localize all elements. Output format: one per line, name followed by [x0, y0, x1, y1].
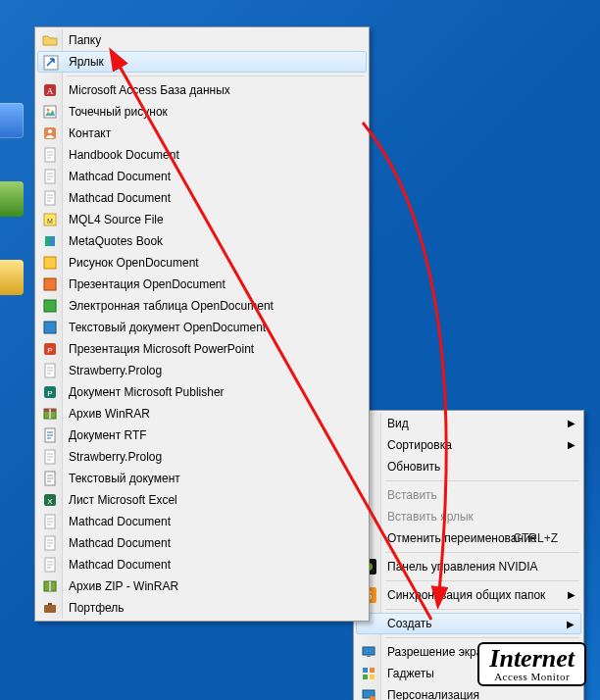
- menu-item-mathcad-document[interactable]: Mathcad Document: [37, 511, 367, 532]
- menu-item-label: Архив ZIP - WinRAR: [69, 579, 178, 593]
- personalize-icon: [361, 687, 376, 700]
- menu-item-презентация-microsoft-powerpoint[interactable]: PПрезентация Microsoft PowerPoint: [37, 338, 367, 360]
- menu-item-отменить-переименование[interactable]: Отменить переименованиеCTRL+Z: [356, 527, 581, 549]
- submenu-arrow-icon: ▶: [568, 584, 575, 606]
- svg-rect-26: [44, 300, 56, 312]
- menu-item-лист-microsoft-excel[interactable]: XЛист Microsoft Excel: [37, 489, 367, 511]
- book-icon: [42, 233, 58, 249]
- xls-icon: X: [42, 492, 58, 508]
- menu-item-label: Strawberry.Prolog: [69, 364, 162, 377]
- menu-item-mathcad-document[interactable]: Mathcad Document: [37, 532, 367, 554]
- menu-item-архив-zip-winrar[interactable]: Архив ZIP - WinRAR: [37, 575, 367, 597]
- menu-item-mathcad-document[interactable]: Mathcad Document: [37, 166, 367, 187]
- menu-separator: [385, 637, 579, 638]
- bitmap-icon: [42, 104, 58, 120]
- svg-rect-6: [363, 668, 368, 673]
- mql4-icon: M: [42, 212, 58, 227]
- menu-item-создать[interactable]: Создать▶: [356, 613, 581, 634]
- menu-item-label: Сортировка: [387, 438, 452, 452]
- svg-text:P: P: [47, 346, 52, 355]
- menu-item-microsoft-access-база-данных[interactable]: AMicrosoft Access База данных: [37, 79, 367, 101]
- menu-item-handbook-document[interactable]: Handbook Document: [37, 144, 367, 166]
- menu-item-label: Архив WinRAR: [69, 407, 150, 421]
- menu-item-label: MetaQuotes Book: [69, 234, 163, 248]
- svg-rect-5: [367, 655, 371, 657]
- menu-item-label: Контакт: [69, 126, 111, 140]
- menu-item-панель-управления-nvidia[interactable]: Панель управления NVIDIA: [356, 556, 581, 577]
- svg-rect-35: [49, 409, 51, 419]
- odg-icon: [42, 255, 58, 271]
- menu-item-shortcut: CTRL+Z: [513, 527, 558, 549]
- menu-item-label: Создать: [387, 617, 432, 630]
- menu-item-обновить[interactable]: Обновить: [356, 456, 581, 477]
- menu-item-label: Mathcad Document: [69, 170, 171, 183]
- rar-icon: [42, 406, 58, 422]
- menu-item-label: Гаджеты: [387, 667, 434, 680]
- svg-point-16: [47, 109, 50, 112]
- menu-item-label: Ярлык: [69, 55, 104, 69]
- create-new-submenu[interactable]: ПапкуЯрлыкAMicrosoft Access База данныхТ…: [34, 26, 370, 622]
- menu-item-точечный-рисунок[interactable]: Точечный рисунок: [37, 101, 367, 123]
- menu-separator: [385, 480, 579, 481]
- svg-rect-8: [363, 675, 368, 679]
- svg-rect-27: [44, 322, 56, 333]
- menu-item-документ-rtf[interactable]: Документ RTF: [37, 425, 367, 446]
- menu-item-label: Handbook Document: [69, 148, 179, 162]
- menu-item-mathcad-document[interactable]: Mathcad Document: [37, 187, 367, 209]
- briefcase-icon: [42, 600, 58, 616]
- desktop-icon[interactable]: [0, 181, 33, 219]
- menu-item-архив-winrar[interactable]: Архив WinRAR: [37, 403, 367, 425]
- menu-item-mathcad-document[interactable]: Mathcad Document: [37, 554, 367, 575]
- menu-item-ярлык[interactable]: Ярлык: [37, 51, 367, 73]
- menu-item-рисунок-opendocument[interactable]: Рисунок OpenDocument: [37, 252, 367, 274]
- svg-point-18: [48, 129, 52, 133]
- menu-item-label: Mathcad Document: [69, 515, 171, 528]
- svg-rect-4: [363, 647, 375, 655]
- svg-rect-25: [44, 278, 56, 290]
- logo-line2: Access Monitor: [489, 672, 575, 682]
- menu-item-mql4-source-file[interactable]: MMQL4 Source File: [37, 209, 367, 230]
- menu-item-label: MQL4 Source File: [69, 213, 164, 226]
- menu-item-label: Вид: [387, 417, 409, 430]
- menu-item-label: Рисунок OpenDocument: [69, 256, 199, 270]
- doc-icon: [42, 557, 58, 573]
- doc-icon: [42, 514, 58, 529]
- menu-item-папку[interactable]: Папку: [37, 29, 367, 51]
- menu-item-вставить: Вставить: [356, 484, 581, 506]
- app-icon: [0, 260, 24, 295]
- svg-rect-46: [44, 605, 56, 613]
- menu-item-текстовый-документ[interactable]: Текстовый документ: [37, 468, 367, 489]
- menu-item-label: Документ Microsoft Publisher: [69, 385, 225, 399]
- menu-separator: [385, 609, 579, 610]
- menu-separator: [67, 75, 365, 76]
- menu-item-вид[interactable]: Вид▶: [356, 413, 581, 434]
- menu-item-сортировка[interactable]: Сортировка▶: [356, 434, 581, 456]
- menu-item-label: Обновить: [387, 460, 440, 474]
- menu-item-презентация-opendocument[interactable]: Презентация OpenDocument: [37, 274, 367, 295]
- menu-item-текстовый-документ-opendocument[interactable]: Текстовый документ OpenDocument: [37, 317, 367, 338]
- menu-item-label: Mathcad Document: [69, 536, 171, 550]
- menu-item-metaquotes-book[interactable]: MetaQuotes Book: [37, 230, 367, 252]
- desktop-icon[interactable]: [0, 260, 33, 297]
- desktop-icon[interactable]: [0, 103, 33, 140]
- zip-icon: [42, 578, 58, 594]
- menu-item-синхронизация-общих-папок[interactable]: SСинхронизация общих папок▶: [356, 584, 581, 606]
- doc-icon: [42, 190, 58, 206]
- menu-item-контакт[interactable]: Контакт: [37, 123, 367, 144]
- menu-item-label: Лист Microsoft Excel: [69, 493, 177, 507]
- menu-item-портфель[interactable]: Портфель: [37, 597, 367, 619]
- menu-item-label: Персонализация: [387, 688, 479, 700]
- menu-item-label: Документ RTF: [69, 428, 147, 442]
- menu-item-label: Microsoft Access База данных: [69, 83, 230, 97]
- doc-icon: [42, 535, 58, 551]
- menu-item-strawberry-prolog[interactable]: Strawberry.Prolog: [37, 446, 367, 468]
- menu-item-label: Mathcad Document: [69, 558, 171, 572]
- submenu-arrow-icon: ▶: [568, 434, 575, 456]
- menu-separator: [385, 580, 579, 581]
- menu-item-strawberry-prolog[interactable]: Strawberry.Prolog: [37, 360, 367, 381]
- menu-item-электронная-таблица-opendocument[interactable]: Электронная таблица OpenDocument: [37, 295, 367, 317]
- rtf-icon: [42, 427, 58, 443]
- ppt-icon: P: [42, 341, 58, 357]
- menu-item-документ-microsoft-publisher[interactable]: PДокумент Microsoft Publisher: [37, 381, 367, 403]
- menu-item-персонализация[interactable]: Персонализация: [356, 684, 581, 700]
